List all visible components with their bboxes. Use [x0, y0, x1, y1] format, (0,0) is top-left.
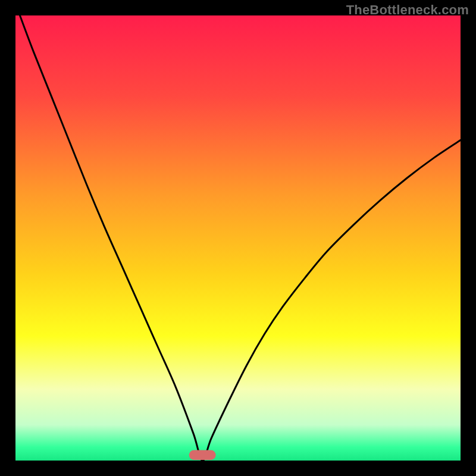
- gradient-background: [15, 15, 461, 461]
- chart-frame: TheBottleneck.com: [0, 0, 476, 476]
- watermark-text: TheBottleneck.com: [346, 2, 469, 18]
- plot-area: [15, 15, 461, 461]
- chart-svg: [15, 15, 461, 461]
- optimum-marker: [189, 450, 216, 460]
